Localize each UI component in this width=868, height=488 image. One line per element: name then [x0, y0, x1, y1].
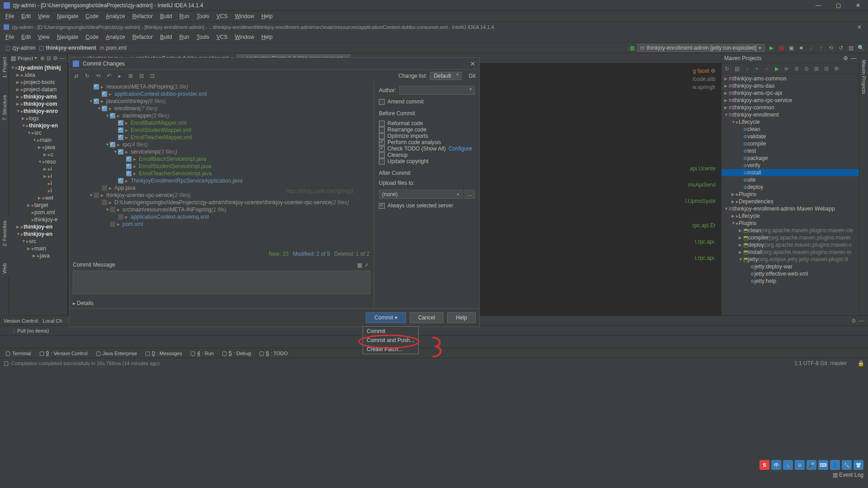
menu-tools[interactable]: Tools: [193, 12, 213, 20]
maven-tree-item[interactable]: ⚙ jetty:effective-web-xml: [722, 270, 859, 277]
gear-icon[interactable]: ⚙: [843, 55, 848, 61]
menu-refactor[interactable]: Refactor: [129, 12, 156, 20]
dialog-close-button[interactable]: ✕: [470, 60, 476, 67]
maven-tree-item[interactable]: ⚙ compile: [722, 140, 859, 147]
menu-build[interactable]: Build: [156, 12, 176, 20]
project-tree[interactable]: ▼▸ zjy-admin [thinkj▶▸ .idea▶▸ project-b…: [9, 63, 67, 315]
before-commit-check[interactable]: Perform code analysis: [379, 139, 475, 145]
pull-icon[interactable]: ↓: [13, 328, 15, 334]
maven-tree-item[interactable]: ▶▸ Lifecycle: [722, 212, 859, 220]
bottom-tab[interactable]: ▢ 0: Messages: [142, 349, 186, 357]
collapse-all-icon[interactable]: ⊟: [47, 55, 53, 61]
tab-project[interactable]: 1: Project: [1, 55, 8, 80]
menu-vcs[interactable]: VCS: [213, 33, 231, 41]
ime-punct-icon[interactable]: ·,: [783, 460, 793, 470]
ime-keyboard-icon[interactable]: ⌨: [818, 460, 828, 470]
gear-icon[interactable]: ⚙: [851, 318, 856, 324]
commit-msg-history-icon[interactable]: ▦: [356, 262, 363, 269]
new-changelist-icon[interactable]: ▸: [116, 72, 123, 80]
project-tree-item[interactable]: ▶▸ i: [9, 173, 67, 180]
vc-local-changes-tab[interactable]: Local Ch: [39, 317, 66, 324]
menu-code[interactable]: Code: [82, 12, 102, 20]
always-use-server-checkbox[interactable]: Always use selected server: [379, 202, 475, 209]
commit-file-item[interactable]: ▸ EnrollStudentMapper.xml: [71, 127, 372, 134]
toggle-offline-icon[interactable]: ⊘: [793, 65, 800, 72]
run-icon[interactable]: ▶: [768, 44, 775, 52]
upload-select[interactable]: (none)▼: [379, 190, 463, 199]
download-icon[interactable]: ↓: [743, 65, 750, 72]
maven-tree-item[interactable]: ▶▸ Plugins: [722, 191, 859, 198]
menu-edit[interactable]: Edit: [18, 12, 34, 20]
ime-tool-icon[interactable]: 🔧: [842, 460, 852, 470]
commit-file-item[interactable]: ▼▸ rpc (4 files): [71, 141, 372, 148]
before-commit-check[interactable]: Cleanup: [379, 152, 475, 158]
menu-vcs[interactable]: VCS: [213, 12, 231, 20]
bottom-tab[interactable]: ▢ 4: Run: [187, 349, 217, 357]
coverage-icon[interactable]: ▣: [788, 44, 795, 52]
skip-tests-icon[interactable]: ⊝: [803, 65, 810, 72]
close-secondary-button[interactable]: ✕: [854, 24, 864, 30]
maven-tree-item[interactable]: ▼▸ Plugins: [722, 220, 859, 227]
collapse-all-icon[interactable]: ⊡: [149, 72, 156, 80]
hide-icon[interactable]: —: [851, 55, 856, 61]
commit-file-item[interactable]: ▼▸ java\com\thinkjoy (8 files): [71, 98, 372, 105]
make-project-icon[interactable]: ↓▦: [627, 44, 634, 52]
minimize-button[interactable]: —: [812, 1, 825, 10]
menu-help[interactable]: Help: [258, 33, 276, 41]
maven-tree-item[interactable]: ▶m thinkjoy-ams-common: [722, 75, 859, 82]
menu-view[interactable]: View: [34, 12, 53, 20]
maven-tree-item[interactable]: ⚙ jetty:help: [722, 277, 859, 285]
tab-structure[interactable]: 7: Structure: [1, 93, 8, 122]
menu-help[interactable]: Help: [258, 12, 276, 20]
commit-file-item[interactable]: ▸ EnrollBatchMapper.xml: [71, 119, 372, 127]
bottom-tab[interactable]: ▢ Terminal: [2, 349, 35, 357]
search-icon[interactable]: 🔍: [857, 44, 864, 52]
maven-tree-item[interactable]: ▶⬒ deploy (org.apache.maven.plugins:mave…: [722, 241, 859, 249]
bottom-tab[interactable]: ▢ 9: Version Control: [36, 349, 91, 357]
change-list-select[interactable]: Default: [430, 72, 462, 80]
commit-file-item[interactable]: ▸ D:\Users\gengsongbo\IdeaProjects\zjy-a…: [71, 199, 372, 206]
tab-web[interactable]: Web: [1, 262, 8, 275]
commit-button[interactable]: Commit ▾: [366, 312, 406, 323]
project-tree-item[interactable]: ▸ l: [9, 187, 67, 194]
before-commit-check[interactable]: Rearrange code: [379, 127, 475, 133]
commit-file-item[interactable]: ▸ EnrollStudentServiceImpl.java: [71, 163, 372, 170]
project-tree-item[interactable]: ▶▸ project-datam: [9, 86, 67, 93]
maven-tree-item[interactable]: ⚙ verify: [722, 162, 859, 169]
project-tree-item[interactable]: ▸ pom.xml: [9, 209, 67, 216]
commit-dropdown-item[interactable]: Create Patch...: [363, 345, 418, 354]
project-tree-item[interactable]: ▶▸ thinkjoy-ams: [9, 93, 67, 100]
settings-icon[interactable]: ⚙: [53, 55, 59, 61]
menu-window[interactable]: Window: [231, 12, 258, 20]
commit-file-item[interactable]: ▸ applicationContext-dubbo-provider.xml: [71, 90, 372, 98]
menu-view[interactable]: View: [34, 33, 53, 41]
maven-tree-item[interactable]: ⚙ package: [722, 155, 859, 162]
commit-file-item[interactable]: ▼▸ src\main\resources\META-INF\spring (1…: [71, 206, 372, 213]
stop-icon[interactable]: ■: [797, 44, 805, 52]
tab-maven-projects[interactable]: Maven Projects: [860, 58, 868, 96]
maven-tree-item[interactable]: ⚙ validate: [722, 133, 859, 140]
vcs-history-icon[interactable]: ⟲: [827, 44, 835, 52]
menu-run[interactable]: Run: [176, 33, 193, 41]
generate-sources-icon[interactable]: ▤: [733, 65, 741, 72]
execute-icon[interactable]: ⊳: [783, 65, 790, 72]
commit-file-item[interactable]: ▸ applicationContext-activemq.xml: [71, 213, 372, 221]
commit-file-item[interactable]: ▸ ThinkjoyEnrollmentRpcServiceApplicatio…: [71, 177, 372, 184]
bottom-tab[interactable]: ▢ 6: TODO: [255, 349, 291, 357]
menu-code[interactable]: Code: [82, 33, 102, 41]
help-button[interactable]: Help: [447, 312, 476, 323]
maven-tree-item[interactable]: ▼▸ Lifecycle: [722, 118, 859, 126]
project-tree-item[interactable]: ▼▸ thinkjoy-enro: [9, 108, 67, 115]
ime-lang-icon[interactable]: 中: [771, 460, 781, 470]
maven-tree-item[interactable]: ⚙ jetty:deploy-war: [722, 263, 859, 270]
project-tree-item[interactable]: ▶▸ thinkjoy-en: [9, 223, 67, 230]
commit-file-item[interactable]: ▼▸ dao\mapper (3 files): [71, 112, 372, 119]
collapse-icon[interactable]: ⊟: [823, 65, 830, 72]
maven-tree-item[interactable]: ▶⬒ compiler (org.apache.maven.plugins:ma…: [722, 234, 859, 241]
before-commit-check[interactable]: Optimize imports: [379, 133, 475, 139]
ime-emoji-icon[interactable]: ☺: [795, 460, 805, 470]
menu-navigate[interactable]: Navigate: [53, 33, 82, 41]
maven-settings-icon[interactable]: ⚙: [833, 65, 840, 72]
project-tree-item[interactable]: ▶▸ logs: [9, 115, 67, 122]
menu-window[interactable]: Window: [231, 33, 258, 41]
